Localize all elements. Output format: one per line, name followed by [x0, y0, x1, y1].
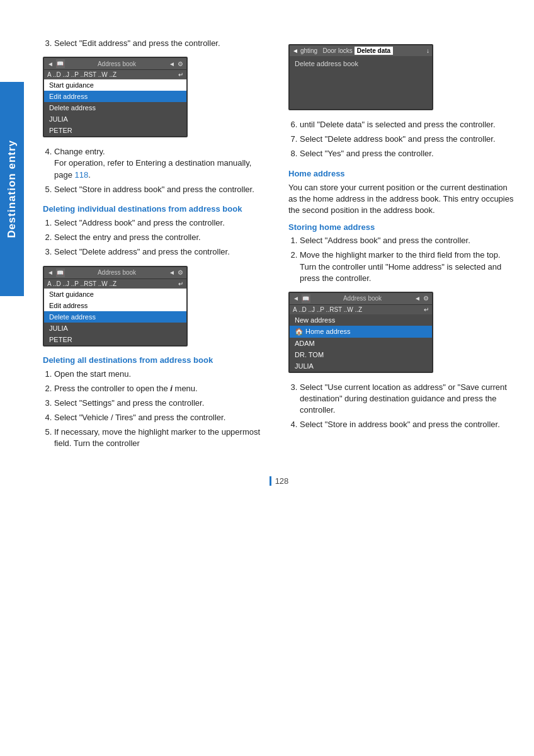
screen1-topbar: ◄ 📖 Address book ◄ ⚙	[44, 58, 186, 70]
screen3-book-icon: 📖	[56, 268, 65, 277]
screen4-book-icon: 📖	[302, 294, 310, 303]
two-column-layout: Select "Edit address" and press the cont…	[43, 38, 515, 457]
screen2-left-icon: ◄	[292, 47, 298, 54]
page-number: 128	[270, 476, 289, 486]
screen2-topbar: ◄ ghting Door locks Delete data ↓	[290, 45, 432, 56]
left-column: Select "Edit address" and press the cont…	[43, 38, 270, 457]
page-number-area: 128	[43, 476, 515, 492]
screen4-julia: JULIA	[290, 360, 432, 372]
screen4-adam: ADAM	[290, 338, 432, 349]
sidebar-label: Destination entry	[0, 82, 24, 296]
steps-delete-individual: Select "Address book" and press the cont…	[43, 217, 270, 258]
right-step-7: Select "Delete address book" and press t…	[300, 134, 515, 145]
screen3-title: Address book	[67, 269, 166, 276]
screen3-alpha: A ..D ..J ..P ..RST ..W ..Z ↵	[44, 279, 186, 289]
storing-home-address-heading: Storing home address	[288, 222, 515, 232]
sidebar-text: Destination entry	[6, 140, 18, 238]
screen1-julia: JULIA	[44, 113, 186, 125]
screen1-corner-icon: ⚙	[178, 60, 183, 67]
store-step-2: Move the highlight marker to the third f…	[300, 249, 515, 284]
screen1-top-right: ◄	[169, 60, 175, 67]
screen3-item-delete: Delete address	[44, 311, 186, 323]
address-book-icon: 📖	[56, 59, 65, 68]
store-step-4: Select "Store in address book" and press…	[300, 419, 515, 430]
info-icon-label: i	[170, 384, 174, 393]
steps-4-5: Change entry. For operation, refer to En…	[43, 146, 270, 195]
screen1-peter: PETER	[44, 125, 186, 136]
screen4-dr-tom: DR. TOM	[290, 349, 432, 360]
delete-data-badge: Delete data	[355, 47, 393, 55]
right-column: ◄ ghting Door locks Delete data ↓ Delete…	[288, 38, 515, 457]
screen-mockup-1: ◄ 📖 Address book ◄ ⚙ A ..D ..J ..P ..RST…	[43, 57, 188, 137]
screen1-item-start: Start guidance	[44, 79, 186, 91]
section-deleting-all-heading: Deleting all destinations from address b…	[43, 355, 270, 365]
screen3-item-edit: Edit address	[44, 300, 186, 311]
del-step-3: Select "Delete address" and press the co…	[54, 246, 270, 258]
screen3-left-icon: ◄	[47, 269, 54, 276]
home-address-heading: Home address	[288, 169, 515, 178]
page-link[interactable]: 118	[75, 170, 89, 180]
screen3-julia: JULIA	[44, 323, 186, 334]
steps-right-top: until "Delete data" is selected and pres…	[288, 119, 515, 160]
screen2-right-icon: ↓	[426, 47, 429, 54]
step-5: Select "Store in address book" and press…	[54, 184, 270, 195]
screen3-back-arrow: ↵	[178, 280, 183, 287]
screen4-new-address: New address	[290, 314, 432, 326]
screen1-item-edit: Edit address	[44, 91, 186, 102]
screen2-body: Delete address book	[290, 56, 432, 71]
screen3-topbar: ◄ 📖 Address book ◄ ⚙	[44, 267, 186, 279]
screen4-alpha: A ..D ..J ..P ..RST ..W ..Z ↵	[290, 305, 432, 314]
screen-mockup-3: ◄ 📖 Address book ◄ ⚙ A ..D ..J ..P ..RST…	[43, 266, 188, 346]
page-container: Destination entry Select "Edit address" …	[0, 0, 534, 756]
screen1-left-icon: ◄	[47, 60, 54, 67]
screen3-peter: PETER	[44, 334, 186, 345]
step-3: Select "Edit address" and press the cont…	[54, 38, 270, 49]
right-step-8: Select "Yes" and press the controller.	[300, 148, 515, 159]
screen4-title: Address book	[313, 295, 412, 302]
all-step-3: Select "Settings" and press the controll…	[54, 398, 270, 409]
screen4-home-address: 🏠 Home address	[290, 326, 432, 338]
screen1-back-arrow: ↵	[178, 71, 183, 78]
screen1-alpha: A ..D ..J ..P ..RST ..W ..Z ↵	[44, 70, 186, 79]
steps-storing-home: Select "Address book" and press the cont…	[288, 235, 515, 284]
del-step-2: Select the entry and press the controlle…	[54, 232, 270, 243]
store-step-1: Select "Address book" and press the cont…	[300, 235, 515, 246]
screen4-back-arrow: ↵	[424, 306, 429, 313]
screen4-top-right: ◄	[414, 295, 421, 302]
screen4-left-icon: ◄	[293, 295, 299, 302]
screen-mockup-4: ◄ 📖 Address book ◄ ⚙ A ..D ..J ..P ..RST…	[288, 292, 433, 373]
screen1-item-delete: Delete address	[44, 102, 186, 113]
steps-list-top: Select "Edit address" and press the cont…	[43, 38, 270, 49]
step-4: Change entry. For operation, refer to En…	[54, 146, 270, 181]
screen4-topbar: ◄ 📖 Address book ◄ ⚙	[290, 293, 432, 305]
steps-delete-all: Open the start menu. Press the controlle…	[43, 369, 270, 450]
screen3-corner: ⚙	[178, 269, 183, 276]
home-address-para: You can store your current position or t…	[288, 182, 515, 217]
screen3-item-start: Start guidance	[44, 289, 186, 300]
screen2-top-text: ghting Door locks	[300, 47, 353, 54]
all-step-2: Press the controller to open the i menu.	[54, 383, 270, 394]
screen-mockup-2: ◄ ghting Door locks Delete data ↓ Delete…	[288, 44, 433, 110]
screen4-corner: ⚙	[423, 295, 429, 302]
right-step-6: until "Delete data" is selected and pres…	[300, 119, 515, 130]
all-step-4: Select "Vehicle / Tires" and press the c…	[54, 412, 270, 423]
del-step-1: Select "Address book" and press the cont…	[54, 217, 270, 229]
screen3-top-right: ◄	[169, 269, 175, 276]
steps-storing-home-2: Select "Use current location as address"…	[288, 382, 515, 431]
content-area: Select "Edit address" and press the cont…	[30, 25, 534, 505]
all-step-1: Open the start menu.	[54, 369, 270, 380]
all-step-5: If necessary, move the highlight marker …	[54, 427, 270, 449]
section-deleting-individual-heading: Deleting individual destinations from ad…	[43, 204, 270, 214]
screen1-title: Address book	[67, 60, 166, 67]
store-step-3: Select "Use current location as address"…	[300, 382, 515, 416]
